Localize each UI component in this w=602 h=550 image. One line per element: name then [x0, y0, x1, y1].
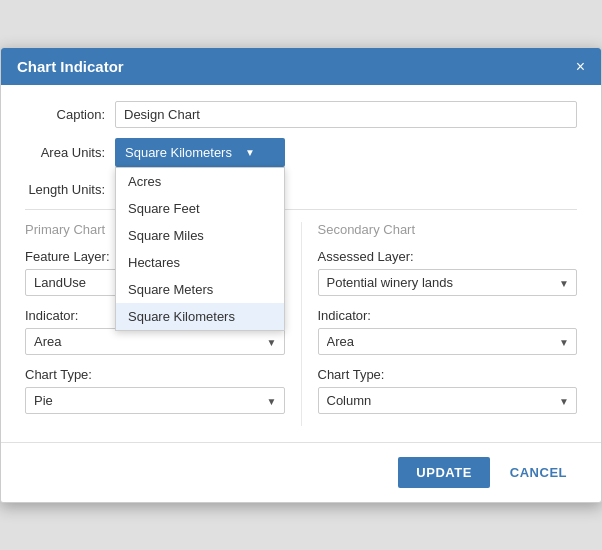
primary-indicator-select-wrapper: Area — [25, 328, 285, 355]
secondary-chart-type-label: Chart Type: — [318, 367, 578, 382]
update-button[interactable]: UPDATE — [398, 457, 489, 488]
secondary-chart-type-group: Chart Type: Column — [318, 367, 578, 414]
length-units-label: Length Units: — [25, 177, 115, 197]
cancel-button[interactable]: CANCEL — [500, 457, 577, 488]
dialog-body: Caption: Area Units: Square Kilometers ▼… — [1, 85, 601, 426]
secondary-indicator-label: Indicator: — [318, 308, 578, 323]
area-units-label: Area Units: — [25, 145, 115, 160]
primary-chart-type-select-wrapper: Pie — [25, 387, 285, 414]
primary-indicator-select[interactable]: Area — [25, 328, 285, 355]
primary-chart-type-select[interactable]: Pie — [25, 387, 285, 414]
section-divider — [25, 209, 577, 210]
secondary-chart-title: Secondary Chart — [318, 222, 578, 237]
secondary-chart-column: Secondary Chart Assessed Layer: Potentia… — [302, 222, 578, 426]
dropdown-arrow-icon: ▼ — [245, 147, 255, 158]
option-hectares[interactable]: Hectares — [116, 249, 284, 276]
assessed-layer-label: Assessed Layer: — [318, 249, 578, 264]
charts-row: Primary Chart Feature Layer: LandUse Ind… — [25, 222, 577, 426]
secondary-chart-type-select[interactable]: Column — [318, 387, 578, 414]
assessed-layer-select-wrapper: Potential winery lands — [318, 269, 578, 296]
option-square-miles[interactable]: Square Miles — [116, 222, 284, 249]
secondary-indicator-select[interactable]: Area — [318, 328, 578, 355]
length-units-row: Length Units: — [25, 177, 577, 197]
option-square-kilometers[interactable]: Square Kilometers — [116, 303, 284, 330]
caption-row: Caption: — [25, 101, 577, 128]
option-square-meters[interactable]: Square Meters — [116, 276, 284, 303]
caption-label: Caption: — [25, 107, 115, 122]
secondary-indicator-group: Indicator: Area — [318, 308, 578, 355]
secondary-chart-type-select-wrapper: Column — [318, 387, 578, 414]
secondary-indicator-select-wrapper: Area — [318, 328, 578, 355]
dialog-header: Chart Indicator × — [1, 48, 601, 85]
dialog-title: Chart Indicator — [17, 58, 124, 75]
assessed-layer-select[interactable]: Potential winery lands — [318, 269, 578, 296]
assessed-layer-group: Assessed Layer: Potential winery lands — [318, 249, 578, 296]
dialog-footer: UPDATE CANCEL — [1, 442, 601, 502]
caption-input[interactable] — [115, 101, 577, 128]
primary-chart-type-group: Chart Type: Pie — [25, 367, 285, 414]
chart-indicator-dialog: Chart Indicator × Caption: Area Units: S… — [0, 47, 602, 503]
area-units-dropdown[interactable]: Square Kilometers ▼ Acres Square Feet Sq… — [115, 138, 285, 167]
area-units-selected-value: Square Kilometers — [125, 145, 232, 160]
primary-chart-type-label: Chart Type: — [25, 367, 285, 382]
area-units-button[interactable]: Square Kilometers ▼ — [115, 138, 285, 167]
area-units-popup: Acres Square Feet Square Miles Hectares … — [115, 167, 285, 331]
area-units-row: Area Units: Square Kilometers ▼ Acres Sq… — [25, 138, 577, 167]
option-acres[interactable]: Acres — [116, 168, 284, 195]
option-square-feet[interactable]: Square Feet — [116, 195, 284, 222]
close-button[interactable]: × — [576, 59, 585, 75]
